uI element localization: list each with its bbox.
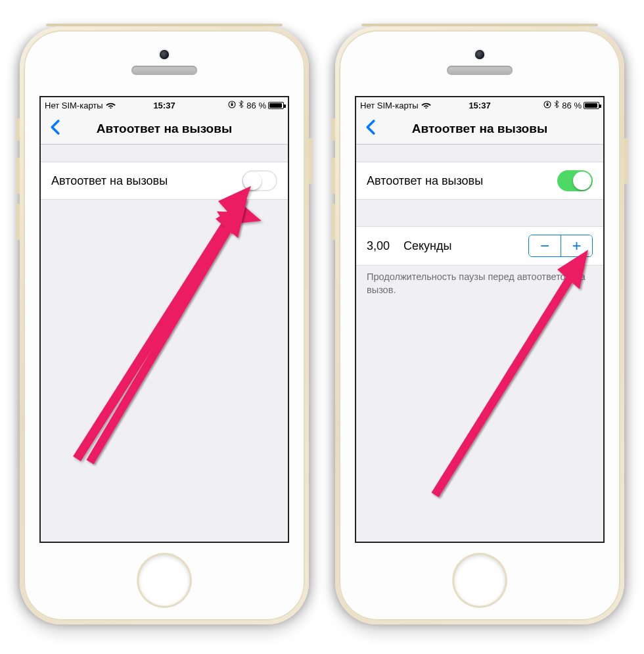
svg-line-2: [77, 202, 240, 459]
wifi-icon: [106, 101, 116, 110]
home-button[interactable]: [139, 555, 190, 606]
bluetooth-icon: [554, 100, 559, 110]
mute-switch: [331, 118, 335, 141]
clock-label: 15:37: [153, 101, 175, 110]
mute-switch: [16, 118, 20, 141]
home-button[interactable]: [454, 555, 505, 606]
screen: Нет SIM-карты 15:37: [355, 96, 605, 543]
nav-bar: Автоответ на вызовы: [41, 113, 288, 145]
auto-answer-toggle[interactable]: [557, 170, 593, 191]
rotation-lock-icon: [543, 101, 551, 110]
stepper-minus-button[interactable]: −: [529, 235, 561, 256]
battery-icon: [268, 102, 284, 109]
seconds-stepper: − +: [528, 235, 593, 257]
volume-up-button: [331, 158, 335, 194]
screen: Нет SIM-карты 15:37: [39, 96, 289, 543]
battery-icon: [584, 102, 599, 109]
volume-up-button: [16, 158, 20, 194]
bluetooth-icon: [239, 100, 244, 110]
power-button: [624, 138, 628, 184]
svg-marker-3: [225, 199, 261, 235]
earpiece-speaker: [131, 66, 197, 75]
auto-answer-label: Автоответ на вызовы: [367, 174, 483, 188]
power-button: [309, 138, 313, 184]
battery-pct-label: 86 %: [562, 101, 582, 110]
earpiece-speaker: [447, 66, 513, 75]
svg-line-5: [90, 212, 238, 462]
back-button[interactable]: [360, 116, 381, 141]
svg-rect-9: [547, 104, 549, 106]
status-bar: Нет SIM-карты 15:37: [356, 97, 603, 113]
seconds-footer-note: Продолжительность паузы перед автоответо…: [356, 266, 603, 302]
svg-rect-1: [231, 104, 233, 106]
page-title: Автоответ на вызовы: [412, 122, 547, 136]
wifi-icon: [421, 101, 431, 110]
page-title: Автоответ на вызовы: [97, 122, 232, 136]
volume-down-button: [331, 204, 335, 240]
phone-frame-left: Нет SIM-карты 15:37: [20, 26, 309, 624]
stepper-plus-button[interactable]: +: [561, 235, 592, 256]
back-button[interactable]: [45, 116, 66, 141]
front-camera: [160, 50, 169, 59]
volume-down-button: [16, 204, 20, 240]
carrier-label: Нет SIM-карты: [360, 101, 419, 110]
status-bar: Нет SIM-карты 15:37: [41, 97, 288, 113]
nav-bar: Автоответ на вызовы: [356, 113, 603, 145]
svg-marker-7: [216, 199, 247, 238]
auto-answer-row: Автоответ на вызовы: [41, 162, 288, 200]
front-camera: [475, 50, 484, 59]
carrier-label: Нет SIM-карты: [45, 101, 103, 110]
rotation-lock-icon: [228, 101, 236, 110]
seconds-value: 3,00: [367, 239, 400, 253]
clock-label: 15:37: [469, 101, 490, 110]
phone-frame-right: Нет SIM-карты 15:37: [335, 26, 624, 624]
svg-marker-6: [214, 210, 238, 235]
auto-answer-toggle[interactable]: [242, 170, 277, 191]
seconds-unit-label: Секунды: [400, 239, 528, 253]
seconds-row: 3,00 Секунды − +: [356, 226, 603, 266]
battery-pct-label: 86 %: [246, 101, 266, 110]
auto-answer-row: Автоответ на вызовы: [356, 162, 603, 200]
auto-answer-label: Автоответ на вызовы: [51, 174, 168, 188]
